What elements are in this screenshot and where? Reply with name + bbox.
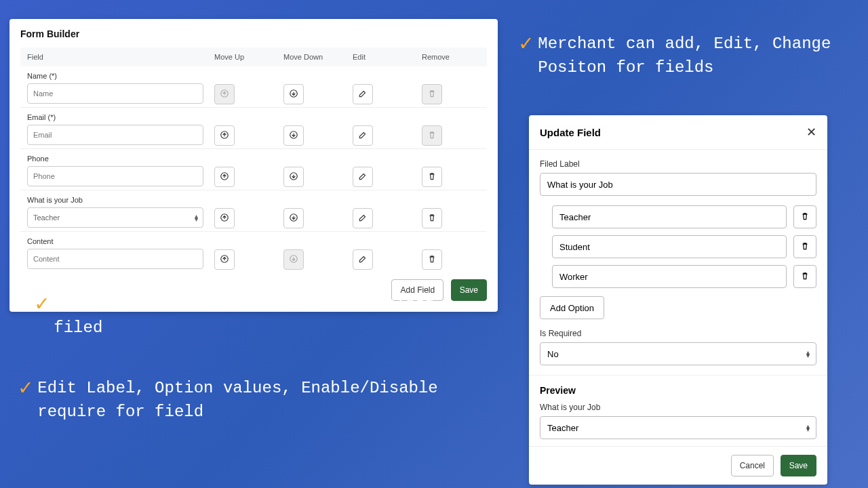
move-down-button [283,249,304,270]
field-label-input[interactable] [540,173,816,196]
move-down-button[interactable] [283,125,304,146]
col-field: Field [20,53,210,61]
callout-3: ✓ Edit Label, Option values, Enable/Disa… [19,377,507,424]
field-label: Email (*) [27,113,206,121]
check-icon: ✓ [35,294,48,316]
option-row [540,235,816,258]
col-remove: Remove [418,53,487,61]
close-icon[interactable]: ✕ [806,125,816,140]
move-up-button[interactable] [214,125,235,146]
field-label: Content [27,237,206,245]
form-row: Name (*) [20,66,487,107]
move-up-button [214,84,235,104]
col-moveup: Move Up [210,53,279,61]
is-required-caption: Is Required [540,329,816,338]
check-icon: ✓ [19,378,32,400]
col-movedown: Move Down [279,53,349,61]
edit-button[interactable] [353,84,373,104]
move-down-button[interactable] [283,208,304,228]
edit-icon [358,89,368,100]
move-up-button[interactable] [214,249,235,270]
edit-button[interactable] [353,167,373,187]
remove-button[interactable] [422,249,442,270]
edit-icon [358,171,368,183]
remove-button [422,84,442,104]
remove-button[interactable] [422,167,442,187]
trash-icon [800,241,810,253]
field-label: What is your Job [27,196,206,204]
trash-icon [800,271,810,283]
field-input[interactable] [27,83,203,104]
trash-icon [427,89,437,100]
option-input[interactable] [552,265,787,288]
arrow-up-icon [220,254,229,266]
callout-1: ✓ Merchant can add, Edit, Change Positon… [519,33,838,80]
field-select[interactable] [27,207,203,228]
callout-3-text: Edit Label, Option values, Enable/Disabl… [37,377,507,424]
field-label: Name (*) [27,72,206,80]
remove-button [422,125,442,146]
form-row: Content [20,231,487,272]
move-down-button[interactable] [283,167,304,187]
chevron-updown-icon: ▴▾ [806,424,810,431]
trash-icon [427,254,437,266]
update-field-modal: Update Field ✕ Filed Label Add Option Is… [529,115,827,485]
field-label: Phone [27,155,206,163]
modal-save-button[interactable]: Save [781,455,816,476]
trash-icon [427,213,437,224]
form-builder-title: Form Builder [20,28,487,39]
callout-1-text: Merchant can add, Edit, Change Positon f… [538,33,838,80]
callout-2: ✓ Support Text, Dropdown, Multiple Selec… [35,293,456,340]
edit-button[interactable] [353,208,373,228]
add-option-button[interactable]: Add Option [540,296,604,319]
edit-icon [358,130,368,142]
preview-select[interactable] [540,416,816,439]
col-edit: Edit [349,53,418,61]
check-icon: ✓ [519,34,532,56]
cancel-button[interactable]: Cancel [731,455,774,476]
option-row [540,205,816,228]
trash-icon [427,130,437,142]
delete-option-button[interactable] [793,265,816,288]
arrow-up-icon [220,89,229,100]
move-down-button[interactable] [283,84,304,104]
modal-title: Update Field [540,127,601,138]
arrow-up-icon [220,213,229,224]
arrow-down-icon [289,171,298,183]
option-input[interactable] [552,235,787,258]
option-row [540,265,816,288]
trash-icon [427,171,437,183]
form-row: What is your Job ▴▾ [20,190,487,231]
callout-2-text: Support Text, Dropdown, Multiple Select … [54,293,456,340]
arrow-up-icon [220,130,229,142]
field-input[interactable] [27,249,203,269]
field-input[interactable] [27,125,203,145]
form-row: Email (*) [20,107,487,148]
form-builder-panel: Form Builder Field Move Up Move Down Edi… [9,19,498,312]
is-required-select[interactable] [540,342,816,365]
preview-title: Preview [540,385,816,396]
move-up-button[interactable] [214,208,235,228]
preview-label: What is your Job [540,403,816,412]
arrow-down-icon [289,89,298,100]
edit-icon [358,254,368,266]
form-row: Phone [20,148,487,190]
move-up-button[interactable] [214,167,235,187]
delete-option-button[interactable] [793,205,816,228]
edit-button[interactable] [353,125,373,146]
arrow-down-icon [289,213,298,224]
chevron-updown-icon: ▴▾ [806,350,810,357]
trash-icon [800,211,810,223]
modal-header: Update Field ✕ [529,115,827,150]
save-button[interactable]: Save [451,279,487,301]
field-label-caption: Filed Label [540,159,816,169]
chevron-updown-icon: ▴▾ [195,214,198,221]
delete-option-button[interactable] [793,235,816,258]
arrow-up-icon [220,171,229,183]
option-input[interactable] [552,205,787,228]
edit-button[interactable] [353,249,373,270]
field-input[interactable] [27,166,203,186]
arrow-down-icon [289,254,298,266]
remove-button[interactable] [422,208,442,228]
form-builder-header: Field Move Up Move Down Edit Remove [20,47,487,66]
